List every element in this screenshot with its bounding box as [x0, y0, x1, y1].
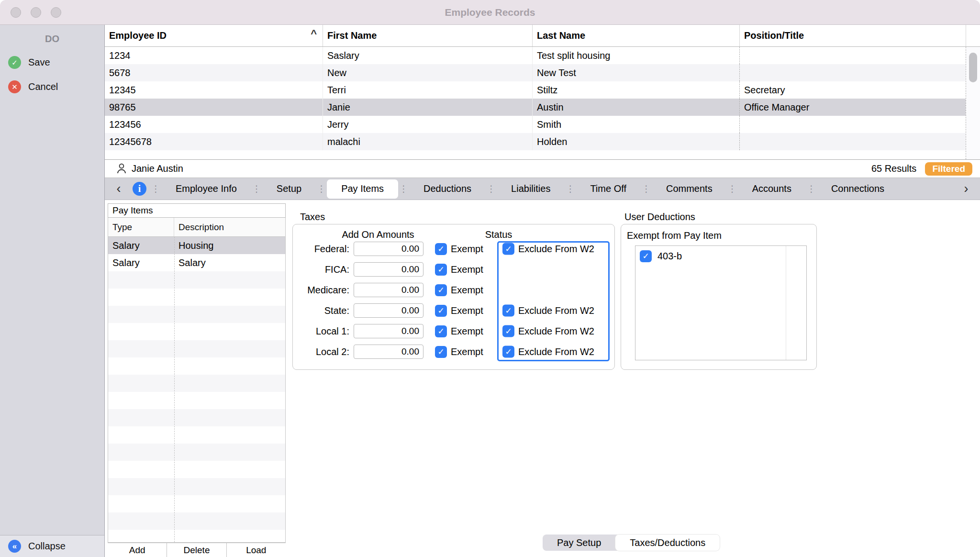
- table-scrollbar[interactable]: [966, 47, 980, 159]
- cell-first-name: New: [323, 64, 533, 81]
- window-title: Employee Records: [0, 0, 980, 24]
- tax-amount-input[interactable]: [354, 283, 423, 297]
- exclude-w2-checkbox[interactable]: ✓: [502, 243, 514, 255]
- scrollbar-thumb[interactable]: [969, 53, 977, 82]
- check-icon: ✓: [505, 306, 512, 316]
- main-area: Employee ID ^ First Name Last Name Posit…: [105, 25, 980, 557]
- tab-taxes-deductions[interactable]: Taxes/Deductions: [615, 535, 720, 551]
- minimize-window-button[interactable]: [31, 7, 41, 18]
- filtered-badge[interactable]: Filtered: [925, 162, 972, 176]
- exempt-checkbox[interactable]: ✓: [435, 325, 447, 337]
- tax-row-label: Federal:: [293, 244, 349, 255]
- tab-time-off[interactable]: Time Off: [576, 179, 641, 199]
- exempt-checkbox[interactable]: ✓: [435, 243, 447, 255]
- table-row[interactable]: 123456 Jerry Smith: [105, 116, 980, 133]
- pay-items-panel-title: Pay Items: [108, 203, 286, 218]
- info-icon[interactable]: i: [133, 182, 146, 196]
- tab-separator-icon: ⋮: [251, 183, 262, 194]
- cell-employee-id: 123456: [105, 116, 323, 133]
- tab-deductions[interactable]: Deductions: [409, 179, 486, 199]
- check-icon: ✓: [505, 347, 512, 357]
- exempt-label: Exempt: [451, 346, 483, 357]
- table-row-selected[interactable]: 98765 Janie Austin Office Manager: [105, 99, 980, 116]
- collapse-chevrons-icon: «: [8, 540, 21, 553]
- add-pay-item-button[interactable]: Add: [108, 543, 167, 557]
- tax-amount-input[interactable]: [354, 262, 423, 277]
- column-header-position[interactable]: Position/Title: [740, 25, 966, 46]
- exempt-checkbox[interactable]: ✓: [435, 284, 447, 296]
- user-deductions-group-box: Exempt from Pay Item ✓ 403-b: [621, 224, 817, 370]
- load-pay-item-button[interactable]: Load: [227, 543, 286, 557]
- column-header-first-name[interactable]: First Name: [323, 25, 533, 46]
- tab-connections[interactable]: Connections: [817, 179, 899, 199]
- close-window-button[interactable]: [11, 7, 21, 18]
- column-header-employee-id[interactable]: Employee ID ^: [105, 25, 323, 46]
- exclude-w2-checkbox[interactable]: ✓: [502, 305, 514, 317]
- column-header-label: Employee ID: [109, 30, 167, 41]
- tax-row-fica: FICA: ✓ Exempt ✓ Exclude From W2: [293, 259, 614, 279]
- cancel-button[interactable]: ✕ Cancel: [0, 80, 104, 93]
- column-header-label: First Name: [327, 30, 377, 41]
- exempt-checkbox[interactable]: ✓: [435, 305, 447, 317]
- table-row[interactable]: 1234 Saslary Test split housing: [105, 47, 980, 64]
- deduction-checkbox[interactable]: ✓: [640, 250, 652, 262]
- zoom-window-button[interactable]: [51, 7, 61, 18]
- cell-position: [740, 47, 966, 64]
- table-row[interactable]: 12345 Terri Stiltz Secretary: [105, 81, 980, 99]
- user-deduction-item[interactable]: ✓ 403-b: [635, 246, 806, 262]
- tabs-scroll-right-icon[interactable]: ›: [956, 181, 976, 196]
- exclude-w2-checkbox[interactable]: ✓: [502, 346, 514, 358]
- exempt-checkbox[interactable]: ✓: [435, 264, 447, 276]
- tax-amount-input[interactable]: [354, 324, 423, 338]
- check-icon: ✓: [437, 347, 444, 357]
- tab-pay-items[interactable]: Pay Items: [327, 179, 398, 199]
- cancel-button-label: Cancel: [28, 81, 58, 92]
- tab-comments[interactable]: Comments: [652, 179, 727, 199]
- tax-row-label: State:: [293, 305, 349, 316]
- pay-item-row-selected[interactable]: Salary Housing: [108, 237, 285, 254]
- pay-items-column-description[interactable]: Description: [174, 218, 285, 236]
- cell-first-name: Terri: [323, 81, 533, 99]
- tab-separator-icon: ⋮: [316, 183, 327, 194]
- tab-separator-icon: ⋮: [486, 183, 497, 194]
- cell-first-name: Jerry: [323, 116, 533, 133]
- deductions-list-scrollbar-gutter: [786, 246, 786, 360]
- tab-liabilities[interactable]: Liabilities: [497, 179, 565, 199]
- taxes-group-label: Taxes: [300, 212, 325, 223]
- tab-separator-icon: ⋮: [727, 183, 738, 194]
- tab-separator-icon: ⋮: [641, 183, 652, 194]
- table-row[interactable]: 12345678 malachi Holden: [105, 133, 980, 150]
- pay-items-column-type[interactable]: Type: [108, 218, 174, 236]
- tabs-scroll-left-icon[interactable]: ‹: [109, 181, 129, 196]
- tax-amount-input[interactable]: [354, 345, 423, 359]
- check-icon: ✓: [437, 326, 444, 336]
- check-icon: ✓: [437, 265, 444, 275]
- collapse-button-label: Collapse: [28, 541, 66, 552]
- scrollbar-header-gutter: [966, 25, 980, 46]
- cell-employee-id: 5678: [105, 64, 323, 81]
- exclude-w2-option: ✓ Exclude From W2: [502, 346, 594, 358]
- cell-position: [740, 133, 966, 150]
- pay-item-row[interactable]: Salary Salary: [108, 254, 285, 271]
- collapse-button[interactable]: « Collapse: [0, 535, 104, 557]
- exclude-w2-label: Exclude From W2: [518, 244, 594, 255]
- column-header-last-name[interactable]: Last Name: [533, 25, 740, 46]
- tab-pay-setup[interactable]: Pay Setup: [543, 535, 615, 551]
- exclude-w2-checkbox[interactable]: ✓: [502, 325, 514, 337]
- tab-accounts[interactable]: Accounts: [738, 179, 806, 199]
- tab-setup[interactable]: Setup: [262, 179, 316, 199]
- tax-row-federal: Federal: ✓ Exempt ✓ Exclude From W2: [293, 239, 614, 259]
- pay-item-type: Salary: [108, 237, 174, 254]
- save-button[interactable]: ✓ Save: [0, 56, 104, 69]
- table-row[interactable]: 5678 New New Test: [105, 64, 980, 81]
- delete-pay-item-button[interactable]: Delete: [167, 543, 226, 557]
- cancel-x-icon: ✕: [8, 80, 21, 93]
- tax-amount-input[interactable]: [354, 242, 423, 256]
- exempt-checkbox[interactable]: ✓: [435, 346, 447, 358]
- cell-position: Secretary: [740, 81, 966, 99]
- cell-position: [740, 64, 966, 81]
- employee-table-header: Employee ID ^ First Name Last Name Posit…: [105, 25, 980, 47]
- tab-employee-info[interactable]: Employee Info: [161, 179, 251, 199]
- tax-row-local-2: Local 2: ✓ Exempt ✓ Exclude From W2: [293, 342, 614, 362]
- tax-amount-input[interactable]: [354, 303, 423, 318]
